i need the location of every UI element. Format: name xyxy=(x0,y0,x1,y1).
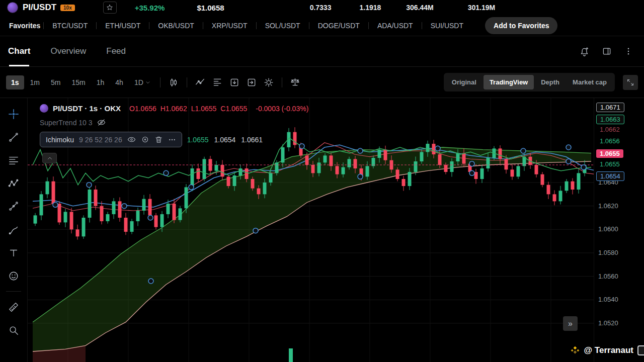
watermark: @ Terranaut xyxy=(570,345,644,355)
change-24h: +35.92% xyxy=(135,4,165,12)
coin-logo-icon xyxy=(7,2,18,13)
tab-chart[interactable]: Chart xyxy=(8,36,30,66)
add-to-favorites-button[interactable]: Add to Favorites xyxy=(485,17,557,34)
supertrend-label[interactable]: SuperTrend 10 3 xyxy=(40,119,93,127)
chart-canvas[interactable]: PI/USDT · 1s · OKX O1.0656H1.0662L1.0655… xyxy=(28,98,594,362)
xabcd-pattern-tool[interactable] xyxy=(5,175,22,191)
supertrend-visibility-button[interactable] xyxy=(97,118,106,127)
legend-symbol: PI/USDT · 1s · OKX xyxy=(53,104,121,113)
save-layout-button[interactable] xyxy=(226,75,243,90)
trend-line-tool[interactable] xyxy=(5,129,22,145)
mode-depth[interactable]: Depth xyxy=(535,75,566,89)
ichimoku-visibility-button[interactable] xyxy=(127,135,136,144)
tab-overview[interactable]: Overview xyxy=(50,36,86,66)
interval-1s[interactable]: 1s xyxy=(6,75,24,89)
crosshair-tool[interactable] xyxy=(5,106,22,122)
fib-retracement-tool[interactable] xyxy=(5,152,22,168)
toolbar-divider xyxy=(187,77,187,87)
interval-15m[interactable]: 15m xyxy=(66,75,90,89)
text-tool[interactable] xyxy=(5,245,22,260)
drawing-toolbar-divider xyxy=(6,291,21,292)
settings-circle-icon xyxy=(141,135,149,144)
load-layout-button[interactable] xyxy=(243,75,260,90)
mode-original[interactable]: Original xyxy=(446,75,482,89)
favorite-pair[interactable]: SUI/USDT xyxy=(422,22,472,30)
scroll-right-button[interactable]: » xyxy=(563,316,578,331)
favorite-pair[interactable]: ETH/USDT xyxy=(97,22,149,30)
candle-style-button[interactable] xyxy=(165,75,182,90)
magnifier-icon xyxy=(8,325,19,336)
favorite-pair[interactable]: BTC/USDT xyxy=(44,22,96,30)
eye-off-icon xyxy=(97,118,106,127)
favorites-label[interactable]: Favorites xyxy=(6,22,43,30)
measure-tool[interactable] xyxy=(5,299,22,315)
brush-tool[interactable] xyxy=(5,222,22,237)
toolbar-divider xyxy=(160,77,160,87)
emoji-tool[interactable] xyxy=(5,268,22,284)
ruler-icon xyxy=(8,302,19,313)
legend-coin-icon xyxy=(40,104,48,113)
box-arrow-right-icon xyxy=(247,77,257,87)
price-tick: 1.0560 xyxy=(598,273,618,280)
interval-4h[interactable]: 4h xyxy=(110,75,128,89)
bell-plus-icon xyxy=(579,46,590,57)
templates-button[interactable] xyxy=(209,75,226,90)
favorite-star-button[interactable] xyxy=(103,2,117,14)
legend-collapse-button[interactable] xyxy=(42,153,57,163)
mode-tradingview[interactable]: TradingView xyxy=(484,75,534,89)
price-tick: 1.0620 xyxy=(598,202,618,210)
interval-1m[interactable]: 1m xyxy=(25,75,45,89)
favorite-pair[interactable]: OKB/USDT xyxy=(149,22,203,30)
zoom-tool[interactable] xyxy=(5,322,22,338)
trend-line-icon xyxy=(8,132,19,143)
interval-5m[interactable]: 5m xyxy=(46,75,65,89)
chart-settings-button[interactable] xyxy=(260,75,277,90)
tab-feed[interactable]: Feed xyxy=(106,36,126,66)
index-price: $1.0658 xyxy=(197,4,224,12)
price-tick: 1.0600 xyxy=(598,225,618,233)
legend-ohlc: O1.0656H1.0662L1.0655C1.0655 xyxy=(125,105,247,113)
ellipsis-icon xyxy=(168,136,176,144)
window-icon xyxy=(602,46,612,56)
brush-icon xyxy=(8,224,19,235)
favorite-pair[interactable]: ADA/USDT xyxy=(369,22,422,30)
turnover-24h: 301.19M xyxy=(468,4,495,12)
box-arrow-down-icon xyxy=(229,77,239,87)
price-label-text-green: 1.0655 xyxy=(596,160,623,168)
high-24h: 1.1918 xyxy=(359,4,381,12)
ichimoku-label: Ichimoku xyxy=(46,136,74,144)
compare-button[interactable] xyxy=(287,75,304,90)
ichimoku-delete-button[interactable] xyxy=(154,135,163,144)
ichimoku-more-button[interactable] xyxy=(168,136,176,144)
gann-tool[interactable] xyxy=(5,199,22,214)
price-label-boxed-green: 1.0663 xyxy=(596,115,624,124)
mode-market-cap[interactable]: Market cap xyxy=(567,75,613,89)
indicators-icon xyxy=(195,77,205,87)
scale-icon xyxy=(290,77,300,87)
expand-icon xyxy=(626,78,634,86)
interval-1h[interactable]: 1h xyxy=(92,75,110,89)
favorite-pair[interactable]: SOL/USDT xyxy=(257,22,309,30)
price-tick: 1.0580 xyxy=(598,249,618,256)
price-label-boxed-gray: 1.0671 xyxy=(596,103,624,112)
gear-icon xyxy=(264,77,274,87)
tab-list: ChartOverviewFeed xyxy=(8,36,146,66)
price-axis[interactable]: 1.06401.06201.06001.05801.05601.05401.05… xyxy=(594,98,644,362)
interval-1d[interactable]: 1D xyxy=(129,75,155,89)
diamond-logo-icon xyxy=(570,345,580,355)
price-alert-button[interactable] xyxy=(579,46,590,57)
panel-layout-button[interactable] xyxy=(602,46,612,56)
ichimoku-params: 9 26 52 26 26 xyxy=(79,136,122,144)
crosshair-icon xyxy=(8,109,19,120)
emoji-icon xyxy=(8,270,19,282)
indicators-button[interactable] xyxy=(192,75,209,90)
favorites-pair-list: BTC/USDTETH/USDTOKB/USDTXRP/USDTSOL/USDT… xyxy=(43,22,472,30)
more-menu-button[interactable] xyxy=(624,47,633,56)
ichimoku-settings-button[interactable] xyxy=(141,135,149,144)
favorite-pair[interactable]: DOGE/USDT xyxy=(309,22,368,30)
favorite-pair[interactable]: XRP/USDT xyxy=(203,22,256,30)
ichimoku-indicator-row[interactable]: Ichimoku 9 26 52 26 26 xyxy=(40,132,182,147)
fullscreen-button[interactable] xyxy=(623,75,638,90)
chevron-down-icon xyxy=(145,80,150,85)
ichimoku-value: 1.0655 xyxy=(187,136,209,144)
